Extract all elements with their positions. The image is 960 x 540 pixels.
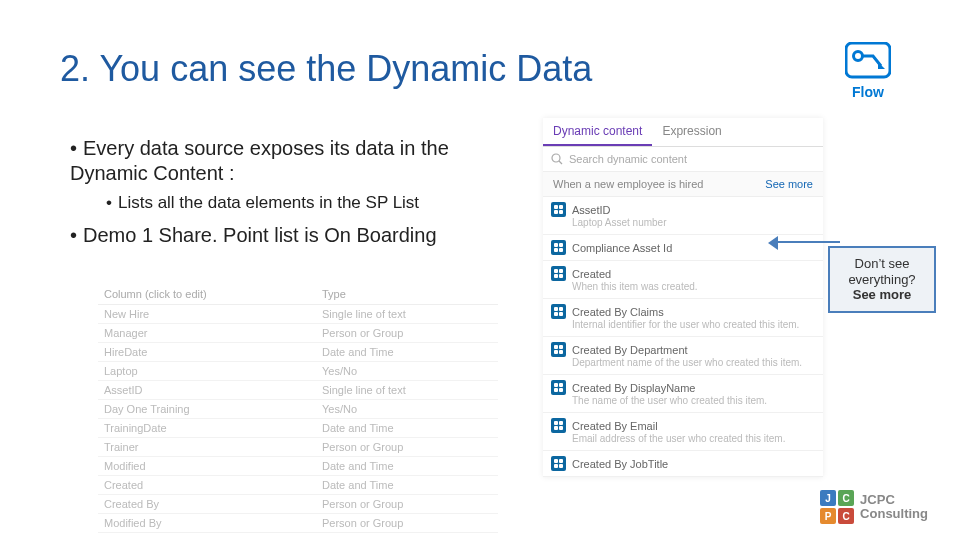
tab-expression[interactable]: Expression <box>652 118 731 146</box>
table-row: HireDateDate and Time <box>98 343 498 362</box>
table-row: ModifiedDate and Time <box>98 457 498 476</box>
table-row: New HireSingle line of text <box>98 305 498 324</box>
table-row: LaptopYes/No <box>98 362 498 381</box>
table-cell: Manager <box>98 324 316 343</box>
footer-brand: JCPC <box>860 493 928 507</box>
table-cell: Single line of text <box>316 381 498 400</box>
dc-item[interactable]: Created By DepartmentDepartment name of … <box>543 337 823 375</box>
dc-item[interactable]: AssetIDLaptop Asset number <box>543 197 823 235</box>
svg-line-4 <box>559 161 562 164</box>
search-input[interactable]: Search dynamic content <box>543 147 823 172</box>
dc-item-title: Created By Email <box>572 420 658 432</box>
see-more-link[interactable]: See more <box>765 178 813 190</box>
table-cell: HireDate <box>98 343 316 362</box>
dc-item-title: Created By Claims <box>572 306 664 318</box>
dc-section-title: When a new employee is hired <box>553 178 703 190</box>
svg-marker-2 <box>878 62 885 69</box>
table-cell: Date and Time <box>316 419 498 438</box>
dc-item-title: Compliance Asset Id <box>572 242 672 254</box>
footer-sub: Consulting <box>860 507 928 521</box>
search-icon <box>551 153 563 165</box>
dc-item[interactable]: Created By ClaimsInternal identifier for… <box>543 299 823 337</box>
table-cell: Date and Time <box>316 457 498 476</box>
slide-title: 2. You can see the Dynamic Data <box>60 48 592 90</box>
callout-line-1: Don’t see <box>834 256 930 272</box>
logo-tile-j: J <box>820 490 836 506</box>
dc-item[interactable]: Created By JobTitle <box>543 451 823 477</box>
table-cell: TrainingDate <box>98 419 316 438</box>
table-cell: Person or Group <box>316 324 498 343</box>
bullet-1: Every data source exposes its data in th… <box>70 137 449 184</box>
table-cell: Person or Group <box>316 514 498 533</box>
table-row: AssetIDSingle line of text <box>98 381 498 400</box>
table-cell: Created By <box>98 495 316 514</box>
dc-item-desc: Email address of the user who created th… <box>572 433 815 445</box>
dc-item-title: AssetID <box>572 204 611 216</box>
sharepoint-icon <box>551 266 566 281</box>
flow-label: Flow <box>838 84 898 100</box>
dc-item[interactable]: Created By DisplayNameThe name of the us… <box>543 375 823 413</box>
table-cell: Single line of text <box>316 305 498 324</box>
callout-line-3: See more <box>834 287 930 303</box>
sharepoint-icon <box>551 304 566 319</box>
dc-item-desc: Laptop Asset number <box>572 217 815 229</box>
table-row: Created ByPerson or Group <box>98 495 498 514</box>
dc-item-desc: The name of the user who created this it… <box>572 395 815 407</box>
dc-item[interactable]: CreatedWhen this item was created. <box>543 261 823 299</box>
dc-item[interactable]: Created By EmailEmail address of the use… <box>543 413 823 451</box>
flow-icon <box>845 42 891 82</box>
table-row: TrainingDateDate and Time <box>98 419 498 438</box>
table-row: ManagerPerson or Group <box>98 324 498 343</box>
table-row: Modified ByPerson or Group <box>98 514 498 533</box>
table-cell: Laptop <box>98 362 316 381</box>
table-cell: Modified By <box>98 514 316 533</box>
table-cell: AssetID <box>98 381 316 400</box>
table-cell: New Hire <box>98 305 316 324</box>
dc-item-title: Created <box>572 268 611 280</box>
bullet-2: Demo 1 Share. Point list is On Boarding <box>83 224 437 246</box>
bullet-1-sub: Lists all the data elements in the SP Li… <box>118 193 419 212</box>
table-cell: Date and Time <box>316 343 498 362</box>
callout-box: Don’t see everything? See more <box>828 246 936 313</box>
dc-item-desc: Internal identifier for the user who cre… <box>572 319 815 331</box>
dc-item-title: Created By DisplayName <box>572 382 696 394</box>
table-cell: Trainer <box>98 438 316 457</box>
table-cell: Date and Time <box>316 476 498 495</box>
sharepoint-icon <box>551 342 566 357</box>
table-row: CreatedDate and Time <box>98 476 498 495</box>
flow-logo: Flow <box>838 42 898 100</box>
logo-tile-c1: C <box>838 490 854 506</box>
table-header-column: Column (click to edit) <box>98 284 316 305</box>
bullet-list: •Every data source exposes its data in t… <box>70 136 500 254</box>
search-placeholder: Search dynamic content <box>569 153 687 165</box>
table-cell: Person or Group <box>316 438 498 457</box>
dynamic-content-panel: Dynamic content Expression Search dynami… <box>543 118 823 477</box>
table-row: Day One TrainingYes/No <box>98 400 498 419</box>
table-cell: Yes/No <box>316 362 498 381</box>
dc-item-title: Created By Department <box>572 344 688 356</box>
sharepoint-icon <box>551 380 566 395</box>
svg-rect-0 <box>846 43 890 77</box>
logo-tile-p: P <box>820 508 836 524</box>
logo-tile-c2: C <box>838 508 854 524</box>
table-cell: Day One Training <box>98 400 316 419</box>
footer-logo: J C P C JCPC Consulting <box>820 490 928 524</box>
dc-item-desc: When this item was created. <box>572 281 815 293</box>
table-cell: Modified <box>98 457 316 476</box>
sharepoint-icon <box>551 240 566 255</box>
tab-dynamic-content[interactable]: Dynamic content <box>543 118 652 146</box>
dc-item[interactable]: Compliance Asset Id <box>543 235 823 261</box>
dc-item-title: Created By JobTitle <box>572 458 668 470</box>
table-cell: Yes/No <box>316 400 498 419</box>
table-header-type: Type <box>316 284 498 305</box>
sharepoint-icon <box>551 456 566 471</box>
table-row: TrainerPerson or Group <box>98 438 498 457</box>
dc-item-desc: Department name of the user who created … <box>572 357 815 369</box>
sharepoint-icon <box>551 418 566 433</box>
table-cell: Created <box>98 476 316 495</box>
callout-line-2: everything? <box>834 272 930 288</box>
sharepoint-icon <box>551 202 566 217</box>
sharepoint-columns-table: Column (click to edit) Type New HireSing… <box>98 284 498 533</box>
svg-point-1 <box>854 52 863 61</box>
table-cell: Person or Group <box>316 495 498 514</box>
